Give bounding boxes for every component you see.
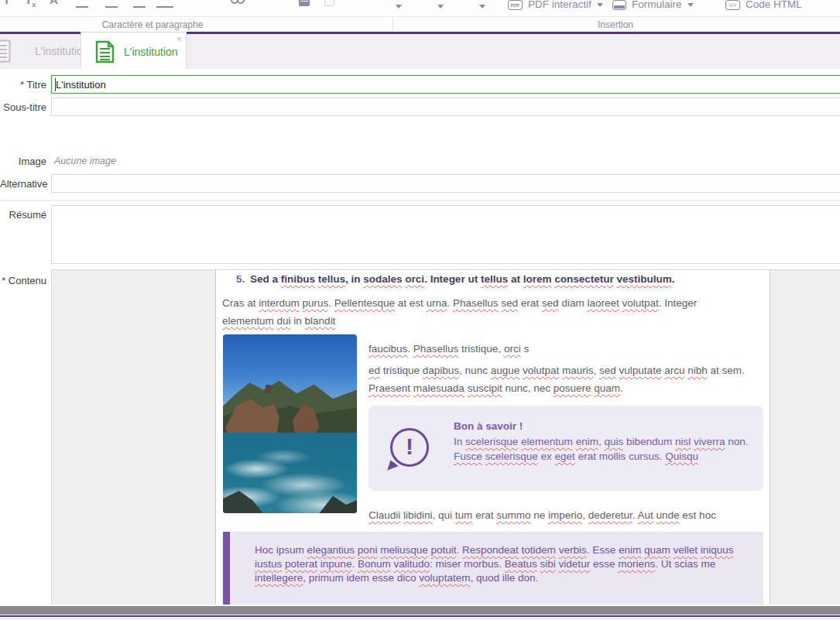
- toolbar-divider: [0, 16, 840, 17]
- form-button[interactable]: Formulaire: [612, 0, 694, 14]
- code-html-button[interactable]: </> Code HTML: [725, 0, 802, 14]
- sous-titre-label: Sous-titre: [0, 101, 46, 113]
- document-icon: [95, 40, 115, 63]
- font-style-icon[interactable]: T: [3, 0, 10, 6]
- media-icon[interactable]: [324, 0, 334, 6]
- dropdown-caret-icon[interactable]: [396, 5, 402, 9]
- horizontal-scrollbar[interactable]: [0, 606, 840, 615]
- contenu-editor[interactable]: 5. Sed a finibus tellus, in sodales orci…: [51, 269, 840, 605]
- titre-input[interactable]: [51, 75, 840, 94]
- tab-active[interactable]: L'institution ×: [81, 32, 187, 69]
- align-center-icon[interactable]: [105, 6, 118, 8]
- list-item-number: 5.: [236, 273, 245, 285]
- link-icon-2[interactable]: [237, 0, 245, 4]
- text-cursor: [55, 78, 56, 91]
- titre-label: * Titre: [0, 79, 46, 91]
- content-photo[interactable]: [223, 334, 357, 513]
- resume-label: Résumé: [0, 209, 46, 221]
- subscript-icon[interactable]: Tx: [25, 0, 36, 9]
- dropdown-caret-icon[interactable]: [437, 5, 444, 9]
- callout-title: Bon à savoir !: [454, 420, 523, 432]
- form-icon: [612, 0, 626, 10]
- toolbar-group-separator: [393, 18, 393, 31]
- paragraph-3: ed tristique dapibus, nunc augue volutpa…: [369, 361, 756, 397]
- blockquote: Hoc ipsum elegantius poni meliusque potu…: [223, 532, 763, 605]
- align-justify-icon[interactable]: [156, 6, 173, 8]
- exclamation-bubble-icon: [390, 428, 429, 467]
- document-list-icon[interactable]: [0, 39, 11, 63]
- toolbar-icon-row: T Tx A ❝ PDF PDF interactif Formulaire: [0, 0, 840, 15]
- callout-box: Bon à savoir ! In scelerisque elementum …: [369, 406, 763, 491]
- form-button-label: Formulaire: [632, 0, 682, 10]
- toolbar-group-label-insertion: Insertion: [530, 19, 701, 30]
- image-label: Image: [0, 156, 46, 167]
- blockquote-bar: [223, 532, 230, 605]
- callout-text: In scelerisque elementum enim, quis bibe…: [454, 435, 756, 464]
- blockquote-text: Hoc ipsum elegantius poni meliusque potu…: [255, 543, 746, 585]
- editor-toolbar: T Tx A ❝ PDF PDF interactif Formulaire: [0, 0, 840, 34]
- cms-editor-window: T Tx A ❝ PDF PDF interactif Formulaire: [0, 0, 840, 620]
- chevron-down-icon: [597, 3, 603, 7]
- chevron-down-icon: [687, 3, 694, 7]
- code-button-label: Code HTML: [746, 0, 802, 10]
- code-icon: </>: [725, 0, 740, 10]
- sous-titre-input[interactable]: [51, 98, 840, 116]
- photo-tower: [266, 385, 271, 393]
- form-section-divider: [0, 200, 840, 201]
- tab-strip: L'institution L'institution ×: [0, 34, 840, 69]
- align-left-icon[interactable]: [76, 6, 88, 8]
- list-item-text: Sed a finibus tellus, in sodales orci. I…: [250, 273, 675, 285]
- pdf-icon: PDF: [508, 0, 523, 10]
- resume-textarea[interactable]: [51, 205, 840, 264]
- dropdown-caret-icon[interactable]: [479, 5, 485, 9]
- alternative-input[interactable]: [51, 174, 840, 193]
- paragraph-2: faucibus. Phasellus tristique, orci s: [369, 340, 529, 358]
- align-right-icon[interactable]: [133, 6, 146, 8]
- pdf-button-label: PDF interactif: [528, 0, 591, 10]
- paragraph-1: Cras at interdum purus. Pellentesque at …: [222, 294, 735, 330]
- table-icon[interactable]: [299, 0, 310, 6]
- bottom-strip: [0, 617, 840, 620]
- editor-page[interactable]: 5. Sed a finibus tellus, in sodales orci…: [215, 270, 770, 605]
- tab-active-label: L'institution: [124, 46, 178, 58]
- contenu-label: * Contenu: [0, 275, 46, 286]
- tab-close-icon[interactable]: ×: [176, 34, 182, 44]
- toolbar-group-label-character: Caractère et paragraphe: [67, 19, 238, 30]
- clear-format-icon[interactable]: A: [50, 0, 58, 6]
- pdf-interactive-button[interactable]: PDF PDF interactif: [508, 0, 603, 14]
- blockquote-icon[interactable]: ❝: [263, 0, 270, 7]
- alternative-label: Alternative: [0, 178, 46, 190]
- image-empty-value: Aucune image: [54, 156, 116, 166]
- paragraph-4: Claudii libidini, qui tum erat summo ne …: [369, 506, 716, 524]
